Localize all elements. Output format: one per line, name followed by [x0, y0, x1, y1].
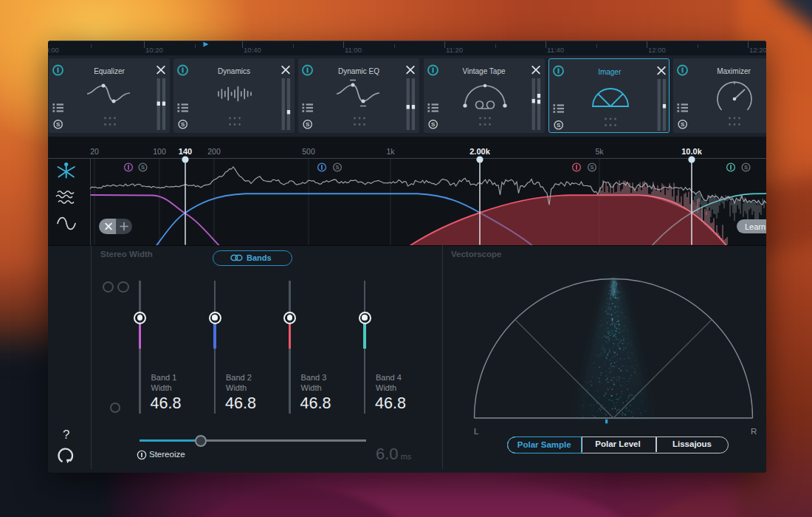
- svg-text:S: S: [181, 121, 185, 128]
- svg-text:20: 20: [90, 147, 99, 156]
- svg-text:S: S: [557, 122, 561, 129]
- svg-text:S: S: [431, 121, 436, 128]
- svg-text:2.00k: 2.00k: [469, 147, 490, 156]
- svg-text:S: S: [141, 164, 145, 171]
- svg-text:S: S: [306, 121, 310, 128]
- svg-text:L: L: [474, 427, 479, 436]
- svg-text:S: S: [56, 121, 61, 128]
- svg-text:1k: 1k: [386, 147, 395, 156]
- svg-text:S: S: [681, 121, 685, 128]
- svg-text:S: S: [744, 164, 748, 171]
- svg-text:10.0k: 10.0k: [681, 147, 702, 156]
- svg-text:200: 200: [207, 147, 221, 156]
- svg-text:S: S: [335, 164, 339, 171]
- svg-text:S: S: [590, 164, 593, 171]
- svg-text:5k: 5k: [595, 147, 604, 156]
- svg-text:500: 500: [302, 147, 315, 156]
- svg-text:140: 140: [179, 147, 192, 156]
- svg-text:R: R: [751, 427, 757, 436]
- svg-text:Learn: Learn: [745, 222, 765, 231]
- svg-text:Bands: Bands: [247, 253, 272, 262]
- svg-text:100: 100: [153, 147, 166, 156]
